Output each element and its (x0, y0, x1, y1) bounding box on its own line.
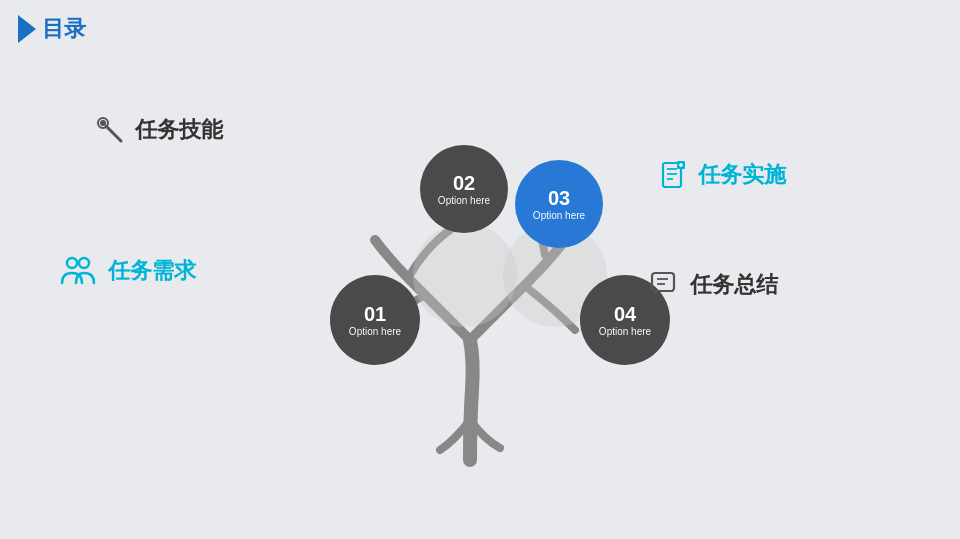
document-icon (660, 161, 688, 189)
renwu-xuqiu-text: 任务需求 (108, 256, 196, 286)
option-02-num: 02 (453, 173, 475, 193)
page-title: 目录 (42, 14, 86, 44)
option-02-label: Option here (438, 195, 490, 206)
option-03-circle[interactable]: 03 Option here (515, 160, 603, 248)
label-renwu-shishi: 任务实施 (660, 160, 786, 190)
svg-point-4 (101, 121, 105, 125)
header: 目录 (18, 14, 86, 44)
option-01-label: Option here (349, 326, 401, 337)
svg-point-6 (79, 258, 89, 268)
option-04-label: Option here (599, 326, 651, 337)
option-03-num: 03 (548, 188, 570, 208)
renwu-zongjie-text: 任务总结 (690, 270, 778, 300)
option-01-num: 01 (364, 304, 386, 324)
svg-rect-14 (652, 273, 674, 291)
label-renwu-jinneng: 任务技能 (95, 115, 223, 145)
svg-point-5 (67, 258, 77, 268)
svg-point-0 (413, 223, 517, 327)
chat-icon (650, 271, 680, 299)
option-01-circle[interactable]: 01 Option here (330, 275, 420, 365)
renwu-jinneng-text: 任务技能 (135, 115, 223, 145)
option-03-label: Option here (533, 210, 585, 221)
tree-diagram: 01 Option here 02 Option here 03 Option … (280, 80, 680, 480)
label-renwu-zongjie: 任务总结 (650, 270, 778, 300)
label-renwu-xuqiu: 任务需求 (60, 255, 196, 287)
svg-line-3 (106, 126, 121, 141)
wrench-icon (95, 115, 125, 145)
header-arrow-icon (18, 15, 36, 43)
option-04-num: 04 (614, 304, 636, 324)
person-icon (60, 255, 98, 287)
option-02-circle[interactable]: 02 Option here (420, 145, 508, 233)
renwu-shishi-text: 任务实施 (698, 160, 786, 190)
